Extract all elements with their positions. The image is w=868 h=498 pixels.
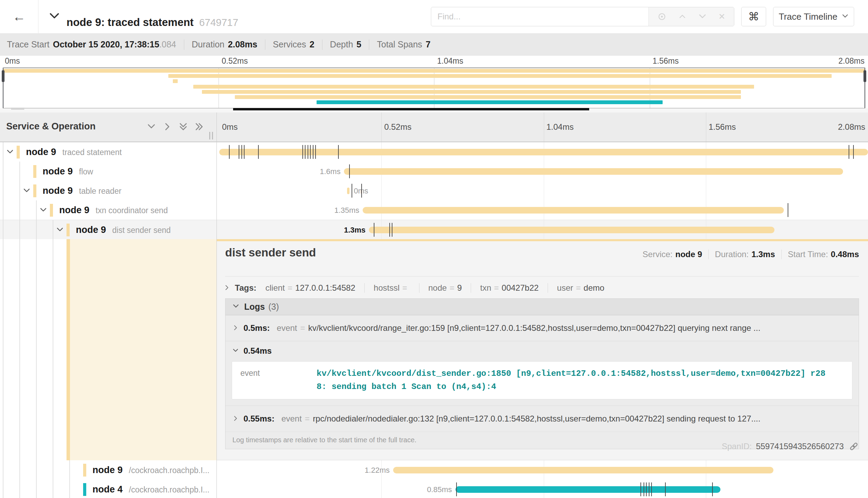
span-duration-bar[interactable] <box>347 188 349 194</box>
keyboard-shortcuts-button[interactable]: ⌘ <box>741 7 766 26</box>
log-entry[interactable]: 0.55ms:event=rpc/nodedialer/nodedialer.g… <box>225 406 859 432</box>
tag-key: client <box>265 283 285 293</box>
log-entry[interactable]: 0.5ms:event=kv/kvclient/kvcoord/range_it… <box>225 315 859 341</box>
minimap-scrubber-right[interactable] <box>865 68 865 108</box>
tag-equals: = <box>287 283 292 293</box>
span-row-traced-statement[interactable]: node 9traced statement <box>0 142 868 162</box>
tags-label: Tags: <box>235 283 256 293</box>
span-duration-bar[interactable] <box>219 149 868 155</box>
tag-value: 00427b22 <box>502 283 539 293</box>
tag-value: demo <box>584 283 604 293</box>
span-detail-meta: Service:node 9Duration:1.3msStart Time:0… <box>643 250 859 259</box>
tags-accordian[interactable]: Tags:client=127.0.0.1:54582hostssl=node=… <box>224 280 604 296</box>
log-marker-tick <box>374 223 374 237</box>
timeline-header-gridline <box>381 112 382 142</box>
back-button[interactable]: ← <box>10 10 28 24</box>
row-chevron-down-icon[interactable] <box>56 226 64 235</box>
meta-separator <box>781 250 782 259</box>
span-duration-bar[interactable] <box>369 227 774 233</box>
minimap-scrubber-left[interactable] <box>3 68 3 108</box>
trace-timeline-page: ← node 9: traced statement6749717 ✕ ⌘ Tr… <box>0 0 868 498</box>
copy-link-icon[interactable] <box>849 441 859 452</box>
scrubber-handle[interactable] <box>2 70 5 82</box>
trace-id: 6749717 <box>199 17 238 28</box>
row-chevron-down-icon[interactable] <box>6 148 14 157</box>
log-entry-header[interactable]: 0.54ms <box>225 341 859 358</box>
span-row-txn-coordinator-send[interactable]: node 9txn coordinator send1.35ms <box>0 200 868 220</box>
tag-value: 9 <box>457 283 462 293</box>
trace-collapse-chevron-icon[interactable] <box>48 10 60 24</box>
log-timestamp: 0.5ms: <box>243 323 270 333</box>
span-row-cockroach-roachpb-i[interactable]: node 4/cockroach.roachpb.I...0.85ms <box>0 480 868 498</box>
timeline-tick-label: 0.52ms <box>384 122 411 132</box>
service-color-bar <box>33 184 36 197</box>
log-timestamp: 0.55ms: <box>243 414 274 424</box>
timeline-tick-label: 1.04ms <box>547 122 574 132</box>
chevron-up-icon[interactable] <box>678 12 687 21</box>
logs-header[interactable]: Logs(3) <box>225 299 859 315</box>
span-duration-bar[interactable] <box>393 467 774 473</box>
chevron-down-icon[interactable] <box>698 12 707 21</box>
span-duration-label: 1.35ms <box>334 206 359 215</box>
collapse-one-icon[interactable] <box>147 122 156 131</box>
timeline-header: Service & Operation 0ms0.52ms1.04ms1.56m… <box>0 112 868 142</box>
column-divider[interactable] <box>216 112 217 498</box>
meta-value: 2.08ms <box>228 39 257 49</box>
log-marker-tick <box>392 223 392 237</box>
log-entry-expanded: 0.54mseventkv/kvclient/kvcoord/dist_send… <box>225 341 859 399</box>
minimap-focus-bar[interactable] <box>233 108 589 110</box>
span-row-flow[interactable]: node 9flow1.6ms <box>0 162 868 181</box>
timeline-tick-label: 0ms <box>222 122 238 132</box>
span-duration-bar[interactable] <box>344 168 843 175</box>
collapse-all-icon[interactable] <box>179 122 188 131</box>
service-name: node 9table reader <box>43 185 122 196</box>
log-marker-tick <box>310 145 311 159</box>
service-color-bar <box>83 483 86 496</box>
chevron-right-icon <box>232 414 239 424</box>
service-color-bar <box>33 165 36 178</box>
service-name: node 9txn coordinator send <box>59 205 168 216</box>
log-marker-tick <box>241 145 242 159</box>
meta-separator <box>708 250 709 259</box>
locate-icon[interactable] <box>657 12 666 21</box>
column-resize-handle[interactable] <box>209 132 213 139</box>
minimap-span-bar <box>3 69 865 73</box>
log-marker-tick <box>788 203 788 217</box>
tag-separator <box>364 283 365 293</box>
span-row-cockroach-roachpb-i[interactable]: node 9/cockroach.roachpb.I...1.22ms <box>0 460 868 480</box>
minimap-span-graph[interactable] <box>3 67 865 109</box>
expand-one-icon[interactable] <box>163 122 172 131</box>
tag-key: hostssl <box>374 283 400 293</box>
span-duration-label: 1.6ms <box>320 167 340 176</box>
log-field-key: event <box>277 323 297 333</box>
span-detail-panel: dist sender sendService:node 9Duration:1… <box>216 241 868 460</box>
operation-name: /cockroach.roachpb.I... <box>129 466 210 475</box>
span-row-dist-sender-send[interactable]: node 9dist sender send1.3ms <box>0 220 868 239</box>
tag-equals: = <box>402 283 407 293</box>
span-duration-bar[interactable] <box>455 486 720 493</box>
log-marker-tick <box>244 145 245 159</box>
detail-meta-value: node 9 <box>675 250 702 259</box>
operation-name: txn coordinator send <box>96 206 168 215</box>
find-input[interactable] <box>431 7 648 26</box>
minimap-footer-chip <box>11 108 24 110</box>
trace-view-dropdown[interactable]: Trace Timeline <box>773 7 854 26</box>
row-chevron-down-icon[interactable] <box>23 187 30 196</box>
trace-meta-bar: Trace StartOctober 15 2020, 17:38:15.084… <box>0 33 868 56</box>
back-section: ← <box>0 0 38 33</box>
log-field-key: event <box>232 362 317 399</box>
tag-value: 127.0.0.1:54582 <box>295 283 355 293</box>
timeline-header-gridline <box>544 112 544 142</box>
meta-separator <box>265 39 265 50</box>
log-field-key: event <box>281 414 302 424</box>
log-marker-tick <box>229 145 230 159</box>
scrubber-handle[interactable] <box>863 70 866 82</box>
trace-title: node 9: traced statement <box>67 16 194 28</box>
clear-icon[interactable]: ✕ <box>718 12 725 21</box>
span-row-table-reader[interactable]: node 9table reader0ms <box>0 181 868 200</box>
span-duration-bar[interactable] <box>363 207 784 214</box>
log-marker-tick <box>302 145 303 159</box>
expand-all-icon[interactable] <box>195 122 204 131</box>
logs-count: (3) <box>268 302 279 312</box>
row-chevron-down-icon[interactable] <box>39 206 47 215</box>
